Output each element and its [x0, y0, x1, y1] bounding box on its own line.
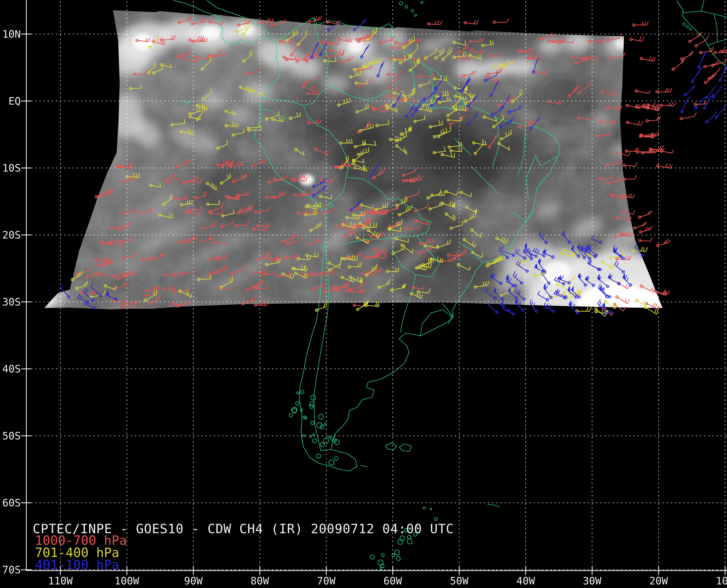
wind-barb [465, 20, 478, 24]
island [395, 550, 400, 555]
wind-barb [658, 164, 672, 168]
satellite-ir-image [0, 0, 727, 588]
island [313, 439, 317, 443]
lon-label-30W: 30W [583, 575, 602, 587]
island [289, 414, 293, 417]
wind-barb [720, 65, 727, 81]
wind-barb [628, 121, 643, 125]
wind-barb [658, 239, 670, 246]
wind-barb [705, 60, 719, 67]
lat-label-10N: 10N [2, 28, 21, 40]
island [404, 529, 407, 532]
wind-barb [657, 290, 670, 295]
wind-barb [681, 112, 696, 119]
lon-label-80W: 80W [251, 575, 269, 587]
island [319, 415, 323, 419]
island [407, 536, 411, 539]
island [310, 395, 316, 400]
lon-label-70W: 70W [317, 575, 336, 587]
lat-label-20S: 20S [2, 229, 21, 241]
lat-label-60S: 60S [2, 497, 21, 509]
wind-barb [699, 52, 706, 67]
lat-label-50S: 50S [2, 430, 21, 442]
island [310, 402, 314, 406]
island [296, 402, 299, 405]
weather-map-svg: 10NEQ10S20S30S40S50S60S70S110W100W90W80W… [0, 0, 727, 588]
island [331, 437, 334, 440]
wind-barb [627, 104, 643, 108]
wind-barb [634, 22, 648, 25]
coastline [361, 465, 367, 467]
coastline [487, 504, 499, 507]
country-border [420, 310, 453, 336]
wind-barb [624, 163, 637, 166]
island [689, 28, 691, 30]
island [423, 507, 425, 509]
coastline [385, 443, 397, 450]
wind-barb [673, 58, 685, 69]
island [323, 438, 328, 443]
island [407, 539, 412, 544]
island [399, 2, 403, 5]
island [413, 532, 417, 536]
island [329, 460, 334, 465]
wind-barb [682, 51, 693, 59]
wind-barb [624, 175, 637, 179]
satellite-map-canvas: 10NEQ10S20S30S40S50S60S70S110W100W90W80W… [0, 0, 727, 588]
lat-label-EQ: EQ [8, 95, 21, 107]
island [414, 14, 417, 16]
wind-barb [494, 19, 509, 23]
lon-label-110W: 110W [48, 575, 73, 587]
island [435, 518, 437, 521]
lat-label-10S: 10S [2, 162, 21, 174]
island [416, 525, 417, 527]
island [686, 26, 688, 28]
lat-label-30S: 30S [2, 296, 21, 308]
island [301, 391, 304, 394]
wind-barb [636, 90, 650, 93]
wind-barb [716, 105, 726, 118]
wind-barb [657, 88, 672, 92]
island [320, 443, 324, 447]
lon-label-10W: 10W [716, 575, 727, 587]
country-border [684, 11, 727, 17]
wind-barbs-blue-top-right [681, 52, 727, 123]
lon-label-40W: 40W [517, 575, 536, 587]
lon-label-60W: 60W [384, 575, 402, 587]
island [370, 555, 375, 559]
wind-barb [429, 21, 442, 25]
lon-label-90W: 90W [184, 575, 203, 587]
island [297, 392, 299, 394]
wind-barbs-red-right-top [672, 33, 727, 120]
island [311, 421, 314, 424]
wind-barb [685, 85, 695, 94]
island [421, 1, 423, 4]
lon-label-100W: 100W [114, 575, 139, 587]
wind-barb [642, 57, 655, 61]
wind-barb [640, 211, 652, 217]
island [328, 436, 330, 438]
wind-barb [648, 103, 660, 108]
island [334, 457, 338, 461]
island [396, 556, 401, 561]
island [381, 553, 384, 556]
island [392, 554, 395, 556]
wind-barb [661, 102, 675, 106]
wind-barb [682, 97, 690, 112]
wind-barb [635, 222, 646, 228]
lat-label-70S: 70S [2, 564, 21, 576]
lon-label-20W: 20W [649, 575, 668, 587]
island [378, 560, 383, 565]
country-border [714, 14, 717, 42]
country-border [701, 1, 704, 11]
island [303, 416, 306, 419]
island [683, 23, 685, 26]
island [430, 508, 432, 510]
wind-barb [640, 237, 652, 241]
lon-label-50W: 50W [450, 575, 469, 587]
wind-barb [631, 37, 644, 41]
island [303, 435, 305, 437]
wind-barb [317, 303, 327, 310]
wind-barb [709, 68, 720, 79]
wind-barb [696, 98, 705, 108]
